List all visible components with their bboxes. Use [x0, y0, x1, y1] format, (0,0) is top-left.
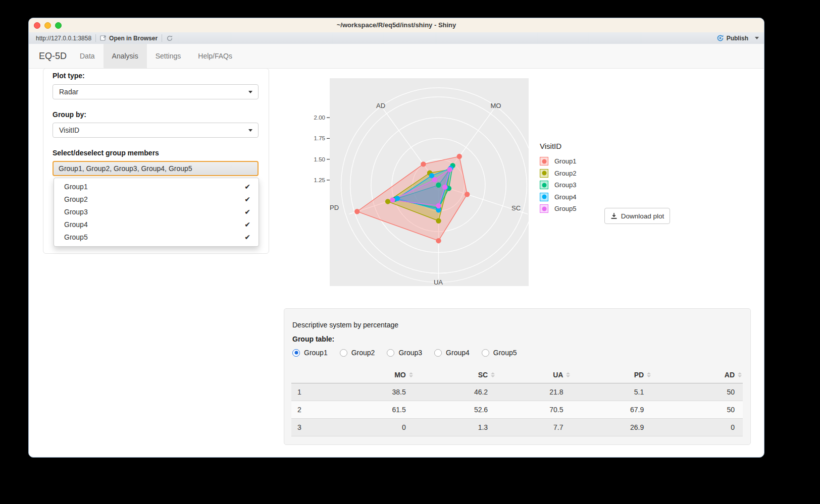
legend-swatch	[540, 193, 548, 201]
svg-text:1.75: 1.75	[314, 135, 325, 141]
tab-analysis[interactable]: Analysis	[104, 44, 147, 68]
legend-item: Group4	[540, 191, 576, 203]
group-by-select[interactable]: VisitID	[53, 123, 259, 138]
legend-label: Group4	[554, 193, 576, 201]
radio-group3[interactable]: Group3	[387, 349, 422, 357]
legend-item: Group1	[540, 155, 576, 167]
row-name-cell: 3	[291, 419, 318, 436]
radar-chart: 2.001.751.501.25MOSCUAPDAD	[303, 71, 531, 291]
app-url: http://127.0.0.1:3858	[32, 35, 95, 42]
check-icon: ✔	[244, 218, 250, 231]
sort-arrows-icon[interactable]	[409, 372, 413, 378]
table-cell: 38.5	[318, 383, 414, 401]
legend-label: Group1	[554, 157, 576, 165]
legend-swatch	[540, 181, 548, 189]
group-members-multiselect[interactable]: Group1, Group2, Group3, Group4, Group5	[53, 161, 259, 176]
col-header-sc[interactable]: SC	[414, 367, 496, 383]
radar-point	[354, 209, 360, 214]
shiny-toolbar: http://127.0.0.1:3858 Open in Browser Pu…	[29, 32, 764, 44]
dropdown-option-group1[interactable]: Group1✔	[54, 181, 259, 193]
radio-group1[interactable]: Group1	[292, 349, 328, 357]
col-header-ua[interactable]: UA	[496, 367, 571, 383]
legend-swatch	[540, 204, 548, 213]
tab-settings[interactable]: Settings	[147, 44, 190, 68]
radio-group5[interactable]: Group5	[482, 349, 517, 357]
desktop-background: ~/workspace/R/eq5d/inst/shiny - Shiny ht…	[0, 0, 820, 504]
open-in-browser-button[interactable]: Open in Browser	[96, 35, 162, 42]
sort-arrows-icon[interactable]	[491, 372, 495, 378]
col-header-ad[interactable]: AD	[652, 367, 743, 383]
refresh-icon	[166, 35, 173, 42]
radar-point	[436, 218, 441, 223]
table-cell: 70.5	[496, 401, 571, 419]
tab-data[interactable]: Data	[71, 44, 104, 68]
legend-item: Group2	[540, 167, 576, 180]
radio-circle-icon[interactable]	[482, 349, 489, 357]
legend-swatch	[540, 157, 548, 165]
col-header-pd[interactable]: PD	[571, 367, 652, 383]
radar-point	[436, 203, 441, 208]
download-plot-button[interactable]: Download plot	[604, 208, 670, 224]
dropdown-option-group2[interactable]: Group2✔	[54, 193, 259, 206]
group-members-dropdown: Group1✔Group2✔Group3✔Group4✔Group5✔	[54, 178, 259, 247]
radio-group2[interactable]: Group2	[340, 349, 375, 357]
radio-circle-icon[interactable]	[387, 349, 394, 357]
radar-point	[436, 238, 441, 243]
check-icon: ✔	[244, 193, 250, 206]
app-window: ~/workspace/R/eq5d/inst/shiny - Shiny ht…	[28, 18, 764, 458]
reload-app-button[interactable]	[162, 35, 177, 42]
plot-type-select[interactable]: Radar	[53, 84, 259, 99]
nav-tabs: DataAnalysisSettingsHelp/FAQs	[71, 44, 241, 68]
axis-label-mo: MO	[491, 102, 501, 109]
chevron-down-icon	[248, 91, 252, 93]
col-header-mo[interactable]: MO	[318, 367, 414, 383]
radar-point	[395, 196, 400, 201]
sort-arrows-icon[interactable]	[647, 372, 651, 378]
group-members-label: Select/deselect group members	[53, 149, 159, 157]
app-navbar: EQ-5D DataAnalysisSettingsHelp/FAQs	[29, 44, 764, 69]
dropdown-option-group5[interactable]: Group5✔	[54, 231, 259, 244]
row-name-cell: 2	[291, 401, 318, 419]
axis-label-ua: UA	[434, 278, 443, 286]
dropdown-option-group3[interactable]: Group3✔	[54, 206, 259, 218]
svg-text:1.25: 1.25	[314, 177, 325, 183]
svg-text:1.50: 1.50	[314, 156, 325, 162]
publish-menu-caret-icon[interactable]	[755, 37, 759, 39]
table-cell: 52.6	[414, 401, 496, 419]
table-cell: 67.9	[571, 401, 652, 419]
plot-type-label: Plot type:	[53, 72, 85, 80]
svg-text:2.00: 2.00	[314, 115, 325, 121]
legend-swatch	[540, 169, 548, 178]
legend-title: VisitID	[540, 142, 576, 150]
legend-label: Group5	[554, 205, 576, 212]
publish-button[interactable]: Publish	[712, 34, 752, 42]
app-brand: EQ-5D	[39, 44, 67, 68]
group-radio-row: Group1Group2Group3Group4Group5	[292, 349, 529, 357]
radio-circle-icon[interactable]	[340, 349, 347, 357]
radio-group4[interactable]: Group4	[434, 349, 470, 357]
publish-icon	[716, 34, 724, 42]
group-by-label: Group by:	[53, 110, 86, 119]
axis-label-pd: PD	[330, 204, 339, 211]
table-cell: 50	[652, 383, 743, 401]
sort-arrows-icon[interactable]	[738, 372, 742, 378]
radar-point	[432, 177, 437, 182]
radio-circle-icon[interactable]	[434, 349, 442, 357]
tab-help-faqs[interactable]: Help/FAQs	[189, 44, 241, 68]
window-title: ~/workspace/R/eq5d/inst/shiny - Shiny	[29, 18, 764, 32]
radar-point	[436, 183, 441, 188]
table-cell: 5.1	[571, 383, 652, 401]
browser-window-icon	[100, 35, 107, 41]
radio-circle-icon[interactable]	[292, 349, 300, 357]
legend-item: Group5	[540, 203, 576, 215]
group-table-label: Group table:	[292, 335, 334, 343]
table-cell: 7.7	[496, 419, 571, 436]
chevron-down-icon	[248, 129, 252, 132]
table-cell: 50	[652, 401, 743, 419]
download-icon	[610, 212, 618, 219]
group-members-value: Group1, Group2, Group3, Group4, Group5	[59, 164, 192, 173]
table-cell: 0	[318, 419, 414, 436]
table-cell: 61.5	[318, 401, 414, 419]
dropdown-option-group4[interactable]: Group4✔	[54, 218, 259, 231]
sort-arrows-icon[interactable]	[566, 372, 570, 378]
